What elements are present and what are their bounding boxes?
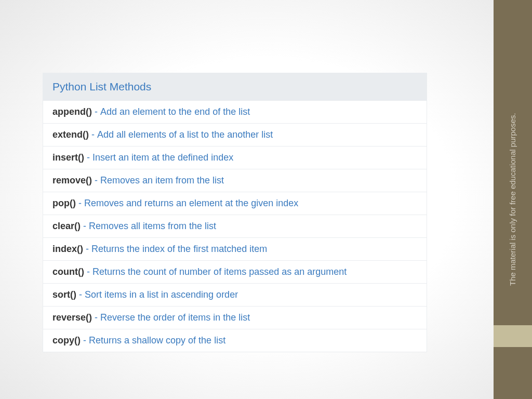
- method-description: Removes an item from the list: [100, 175, 224, 186]
- table-row: remove() - Removes an item from the list: [43, 169, 427, 192]
- table-row: index() - Returns the index of the first…: [43, 237, 427, 260]
- method-name: insert(): [52, 152, 84, 163]
- method-name: count(): [52, 267, 84, 277]
- method-description: Sort items in a list in ascending order: [85, 289, 238, 300]
- table-row: clear() - Removes all items from the lis…: [43, 215, 427, 237]
- separator: -: [92, 107, 100, 117]
- method-description: Returns the index of the first matched i…: [91, 244, 267, 255]
- sidebar-note: The material is only for free educationa…: [494, 0, 532, 399]
- method-description: Reverse the order of items in the list: [100, 312, 250, 323]
- separator: -: [89, 129, 97, 140]
- method-name: append(): [52, 107, 92, 117]
- method-name: extend(): [52, 129, 89, 140]
- separator: -: [92, 312, 100, 323]
- separator: -: [81, 335, 89, 346]
- method-name: remove(): [52, 175, 92, 186]
- method-description: Removes all items from the list: [89, 221, 216, 232]
- method-description: Returns the count of number of items pas…: [92, 267, 347, 277]
- method-name: clear(): [52, 221, 81, 232]
- table-title: Python List Methods: [43, 73, 427, 100]
- separator: -: [76, 289, 85, 300]
- method-description: Returns a shallow copy of the list: [89, 335, 225, 346]
- table-row: copy() - Returns a shallow copy of the l…: [43, 329, 427, 352]
- table-row: sort() - Sort items in a list in ascendi…: [43, 283, 427, 306]
- separator: -: [76, 198, 84, 209]
- table-row: pop() - Removes and returns an element a…: [43, 192, 427, 215]
- table-row: append() - Add an element to the end of …: [43, 100, 427, 123]
- table-row: reverse() - Reverse the order of items i…: [43, 306, 427, 329]
- method-name: copy(): [52, 335, 81, 346]
- methods-table: Python List Methods append() - Add an el…: [43, 73, 427, 352]
- table-row: count() - Returns the count of number of…: [43, 260, 427, 283]
- table-row: insert() - Insert an item at the defined…: [43, 146, 427, 169]
- content-area: Python List Methods append() - Add an el…: [43, 73, 427, 352]
- method-description: Removes and returns an element at the gi…: [84, 198, 298, 209]
- separator: -: [83, 244, 91, 255]
- separator: -: [81, 221, 89, 232]
- separator: -: [84, 267, 92, 277]
- method-name: reverse(): [52, 312, 92, 323]
- separator: -: [92, 175, 100, 186]
- method-description: Add an element to the end of the list: [100, 107, 250, 117]
- method-name: pop(): [52, 198, 76, 209]
- method-description: Insert an item at the defined index: [92, 152, 233, 163]
- method-name: index(): [52, 244, 83, 255]
- method-description: Add all elements of a list to the anothe…: [97, 129, 273, 140]
- separator: -: [84, 152, 92, 163]
- table-row: extend() - Add all elements of a list to…: [43, 123, 427, 146]
- method-name: sort(): [52, 289, 76, 300]
